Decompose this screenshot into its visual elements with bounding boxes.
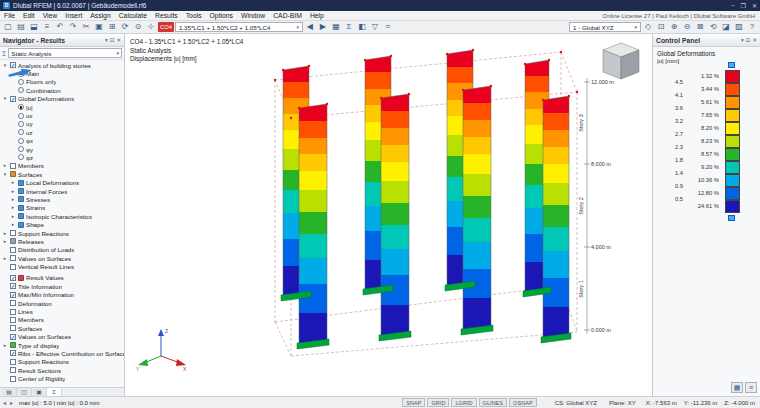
tree-item[interactable]: ▾✓Global Deformations bbox=[0, 95, 124, 103]
next-case-icon[interactable]: ▶ bbox=[317, 21, 329, 33]
expander-icon[interactable]: ▾ bbox=[2, 96, 8, 101]
checkbox-icon[interactable]: ✓ bbox=[10, 96, 16, 102]
radio-icon[interactable] bbox=[18, 154, 24, 160]
tree-item[interactable]: ▾✓Analysis of building stories bbox=[0, 61, 124, 69]
menu-tools[interactable]: Tools bbox=[182, 11, 206, 21]
checkbox-icon[interactable]: ✓ bbox=[10, 334, 16, 340]
table-grid-icon[interactable]: ⊞ bbox=[106, 21, 118, 33]
checkbox-icon[interactable] bbox=[10, 359, 16, 365]
help-icon[interactable]: ? bbox=[746, 21, 758, 33]
tree-item[interactable]: ux bbox=[0, 111, 124, 119]
legend-color-band[interactable] bbox=[725, 174, 740, 187]
radio-icon[interactable] bbox=[18, 129, 24, 135]
tree-item[interactable]: Surfaces bbox=[0, 324, 124, 332]
toggle-lgrid[interactable]: LGRID bbox=[451, 398, 476, 407]
menu-options[interactable]: Options bbox=[206, 11, 237, 21]
checkbox-icon[interactable]: ✓ bbox=[10, 275, 16, 281]
tree-item[interactable]: ✓Title Information bbox=[0, 282, 124, 290]
expander-icon[interactable]: ▸ bbox=[2, 163, 8, 168]
toggle-osnap[interactable]: OSNAP bbox=[509, 398, 537, 407]
checkbox-icon[interactable] bbox=[10, 325, 16, 331]
cut-icon[interactable]: ✂ bbox=[80, 21, 92, 33]
checkbox-icon[interactable] bbox=[10, 264, 16, 270]
zoom-icon[interactable]: ⊙ bbox=[132, 21, 144, 33]
radio-icon[interactable] bbox=[18, 146, 24, 152]
toggle-glines[interactable]: GLINES bbox=[479, 398, 508, 407]
tree-item[interactable]: Floors only bbox=[0, 78, 124, 86]
checkbox-icon[interactable] bbox=[10, 230, 16, 236]
render-mode-icon[interactable]: ▨ bbox=[733, 21, 745, 33]
radio-icon[interactable] bbox=[18, 87, 24, 93]
panel-collapse-button[interactable]: ≡ bbox=[745, 382, 757, 393]
expander-icon[interactable]: ▾ bbox=[2, 63, 8, 68]
expander-icon[interactable]: ▸ bbox=[10, 205, 16, 210]
isometric-view-icon[interactable]: ◇ bbox=[642, 21, 654, 33]
checkbox-icon[interactable] bbox=[10, 376, 16, 382]
tree-item[interactable]: ▸Members bbox=[0, 162, 124, 170]
tree-item[interactable]: Members bbox=[0, 316, 124, 324]
checkbox-icon[interactable] bbox=[10, 317, 16, 323]
tree-item[interactable]: ▸Local Deformations bbox=[0, 178, 124, 186]
menu-results[interactable]: Results bbox=[151, 11, 182, 21]
toggle-snap[interactable]: SNAP bbox=[402, 398, 425, 407]
clipping-icon[interactable]: ◪ bbox=[720, 21, 732, 33]
checkbox-icon[interactable] bbox=[10, 367, 16, 373]
fit-view-icon[interactable]: ⊠ bbox=[694, 21, 706, 33]
tree-item[interactable]: ▾Surfaces bbox=[0, 170, 124, 178]
tree-item[interactable]: ▸Releases bbox=[0, 237, 124, 245]
radio-icon[interactable] bbox=[18, 104, 24, 110]
navigator-tab-display[interactable]: ◫ bbox=[17, 388, 32, 396]
tree-item[interactable]: ▸Isotropic Characteristics bbox=[0, 212, 124, 220]
legend-color-band[interactable] bbox=[725, 122, 740, 135]
close-button[interactable]: ✕ bbox=[752, 2, 757, 9]
expander-icon[interactable]: ▸ bbox=[2, 256, 8, 261]
tree-item[interactable]: ▸Stresses bbox=[0, 195, 124, 203]
tree-item[interactable]: ▸Strains bbox=[0, 204, 124, 212]
radio-icon[interactable] bbox=[18, 113, 24, 119]
previous-case-icon[interactable]: ◀ bbox=[304, 21, 316, 33]
panel-menu-icon[interactable]: ▾ bbox=[105, 37, 108, 43]
legend-color-band[interactable] bbox=[725, 109, 740, 122]
checkbox-icon[interactable] bbox=[10, 309, 16, 315]
radio-icon[interactable] bbox=[18, 138, 24, 144]
open-model-icon[interactable]: ▤ bbox=[15, 21, 27, 33]
main-canvas[interactable]: CO4 - 1.35*LC1 + 1.50*LC2 + 1.05*LC4 Sta… bbox=[125, 34, 652, 396]
navigation-cube[interactable] bbox=[603, 43, 639, 79]
animation-icon[interactable]: ≈ bbox=[382, 21, 394, 33]
menu-assign[interactable]: Assign bbox=[86, 11, 114, 21]
expander-icon[interactable]: ▸ bbox=[2, 343, 8, 348]
navigator-tab-views[interactable]: ▣ bbox=[32, 388, 47, 396]
tree-item[interactable]: φx bbox=[0, 137, 124, 145]
panel-menu-icon[interactable]: ▾ bbox=[741, 37, 744, 43]
tree-item[interactable]: ▸Support Reactions bbox=[0, 229, 124, 237]
expander-icon[interactable]: ▸ bbox=[10, 180, 16, 185]
results-sum-icon[interactable]: Σ bbox=[343, 21, 355, 33]
maximize-button[interactable]: ❐ bbox=[741, 2, 746, 9]
rotate-view-icon[interactable]: ⟲ bbox=[707, 21, 719, 33]
menu-file[interactable]: File bbox=[0, 11, 19, 21]
tree-item[interactable]: ✓Result Values bbox=[0, 274, 124, 282]
checkbox-icon[interactable] bbox=[10, 300, 16, 306]
expander-icon[interactable]: ▸ bbox=[10, 197, 16, 202]
tree-item[interactable]: Support Reactions bbox=[0, 358, 124, 366]
minimize-button[interactable]: – bbox=[731, 2, 734, 9]
save-model-icon[interactable]: ⬓ bbox=[28, 21, 40, 33]
expander-icon[interactable]: ▸ bbox=[2, 239, 8, 244]
legend-color-band[interactable] bbox=[725, 148, 740, 161]
checkbox-icon[interactable]: ✓ bbox=[10, 62, 16, 68]
menu-window[interactable]: Window bbox=[237, 11, 269, 21]
radio-icon[interactable] bbox=[18, 79, 24, 85]
menu-edit[interactable]: Edit bbox=[19, 11, 39, 21]
tree-item[interactable]: ▸Internal Forces bbox=[0, 187, 124, 195]
tree-item[interactable]: Distribution of Loads bbox=[0, 246, 124, 254]
close-icon[interactable]: ✕ bbox=[752, 37, 757, 43]
checkbox-icon[interactable] bbox=[10, 255, 16, 261]
navigator-tab-results[interactable]: Σ bbox=[47, 388, 62, 396]
tree-item[interactable]: |u| bbox=[0, 103, 124, 111]
result-filter-icon[interactable]: ▽ bbox=[369, 21, 381, 33]
expander-icon[interactable]: ▾ bbox=[2, 172, 8, 177]
building-walls[interactable] bbox=[283, 50, 569, 344]
tree-item[interactable]: Vertical Result Lines bbox=[0, 262, 124, 270]
tree-item[interactable]: ▸Type of display bbox=[0, 341, 124, 349]
tree-item[interactable]: Result Sections bbox=[0, 366, 124, 374]
